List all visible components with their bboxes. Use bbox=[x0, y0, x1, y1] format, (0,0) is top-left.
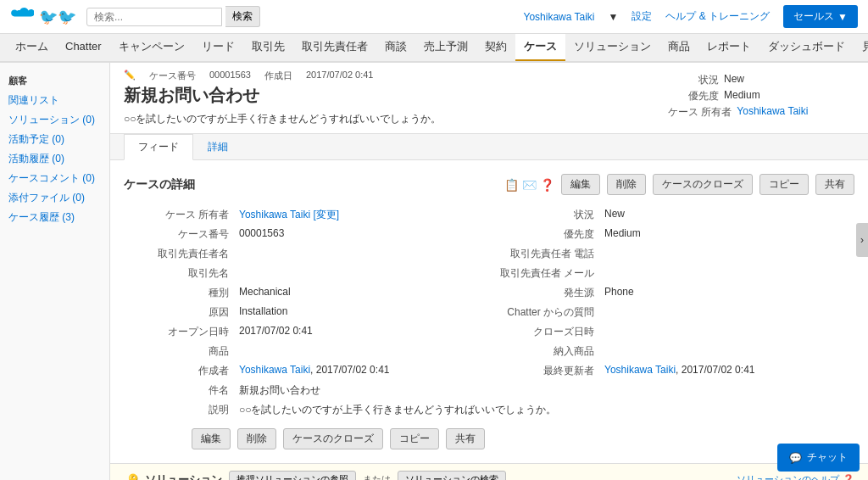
settings-link[interactable]: 設定 bbox=[632, 9, 652, 24]
account-name-label: 取引先名 bbox=[124, 264, 234, 283]
sales-button[interactable]: セールス ▼ bbox=[783, 5, 858, 28]
account-name-value bbox=[234, 264, 489, 283]
case-header-right: 状況 New 優先度 Medium ケース 所有者 Yoshikawa Taik… bbox=[668, 70, 854, 126]
origin-label: 発生源 bbox=[489, 283, 599, 303]
case-title: 新規お問い合わせ bbox=[124, 84, 634, 107]
nav-item-ケース[interactable]: ケース bbox=[515, 34, 565, 62]
share-button-bottom[interactable]: 共有 bbox=[446, 428, 485, 449]
section-title: ケースの詳細 bbox=[124, 177, 498, 193]
tab-detail[interactable]: 詳細 bbox=[193, 134, 242, 160]
user-dropdown-icon[interactable]: ▼ bbox=[609, 11, 619, 23]
user-name[interactable]: Yoshikawa Taiki bbox=[523, 11, 594, 23]
solutions-divider: または bbox=[363, 473, 391, 480]
help-icon[interactable]: ❓ bbox=[540, 178, 554, 192]
open-date-label: オープン日時 bbox=[124, 322, 234, 342]
product-value bbox=[234, 342, 489, 361]
header-right: Yoshikawa Taiki ▼ 設定 ヘルプ & トレーニング セールス ▼ bbox=[523, 5, 858, 28]
case-number: 00001563 bbox=[209, 70, 251, 82]
chatter-label: Chatter からの質問 bbox=[489, 303, 599, 322]
nav-item-商談[interactable]: 商談 bbox=[376, 34, 415, 62]
status-row: 状況 New bbox=[668, 73, 854, 87]
sidebar-item[interactable]: 添付ファイル (0) bbox=[0, 188, 109, 208]
nav-item-取引先責任者[interactable]: 取引先責任者 bbox=[293, 34, 376, 62]
nav-item-商品[interactable]: 商品 bbox=[659, 34, 698, 62]
owner-field-value: Yoshikawa Taiki [変更] bbox=[234, 205, 489, 225]
created-by-link[interactable]: Yoshikawa Taiki bbox=[239, 364, 310, 376]
nav-item-ホーム[interactable]: ホーム bbox=[7, 34, 57, 62]
edit-button[interactable]: 編集 bbox=[561, 174, 600, 195]
suggest-solutions-button[interactable]: 推奨ソリューションの参照 bbox=[229, 471, 356, 480]
desc-value: ○○を試したいのですが上手く行きませんどうすればいいでしょうか。 bbox=[234, 400, 854, 420]
status-field-label: 状況 bbox=[489, 205, 599, 225]
table-row: 種別 Mechanical 発生源 Phone bbox=[124, 283, 854, 303]
search-solutions-button[interactable]: ソリューションの検索 bbox=[398, 471, 506, 480]
section-icons: 📋 ✉️ ❓ bbox=[504, 178, 554, 192]
edit-button-bottom[interactable]: 編集 bbox=[192, 428, 231, 449]
delete-button[interactable]: 削除 bbox=[607, 174, 646, 195]
product-label: 商品 bbox=[124, 342, 234, 361]
edit-icon-small[interactable]: 📋 bbox=[504, 178, 519, 192]
envelope-icon[interactable]: ✉️ bbox=[522, 178, 537, 192]
chat-icon: 💬 bbox=[789, 452, 802, 464]
chat-button[interactable]: 💬 チャット bbox=[777, 444, 860, 472]
main-nav: ホームChatterキャンペーンリード取引先取引先責任者商談売上予測契約ケースソ… bbox=[0, 34, 868, 63]
solutions-title: ソリューション bbox=[145, 472, 222, 481]
nav-item-レポート[interactable]: レポート bbox=[698, 34, 760, 62]
nav-item-売上予測[interactable]: 売上予測 bbox=[415, 34, 476, 62]
close-case-button[interactable]: ケースのクローズ bbox=[653, 174, 753, 195]
priority-row: 優先度 Medium bbox=[668, 89, 854, 103]
nav-item-Chatter[interactable]: Chatter bbox=[57, 34, 110, 62]
created-by-value: Yoshikawa Taiki, 2017/07/02 0:41 bbox=[234, 361, 489, 381]
table-row: 取引先名 取引先責任者 メール bbox=[124, 264, 854, 283]
table-row: 説明 ○○を試したいのですが上手く行きませんどうすればいいでしょうか。 bbox=[124, 400, 854, 420]
table-row: 取引先責任者名 取引先責任者 電話 bbox=[124, 244, 854, 264]
copy-button[interactable]: コピー bbox=[760, 174, 809, 195]
copy-button-bottom[interactable]: コピー bbox=[390, 428, 439, 449]
case-header: ✏️ ケース番号 00001563 作成日 2017/07/02 0:41 新規… bbox=[110, 63, 868, 134]
subject-value: 新規お問い合わせ bbox=[234, 381, 854, 400]
case-header-left: ✏️ ケース番号 00001563 作成日 2017/07/02 0:41 新規… bbox=[124, 70, 634, 126]
sidebar-item[interactable]: ケース履歴 (3) bbox=[0, 208, 109, 227]
sidebar-item[interactable]: 活動予定 (0) bbox=[0, 130, 109, 149]
salesforce-cloud-icon bbox=[10, 7, 34, 24]
sidebar: 顧客 関連リストソリューション (0)活動予定 (0)活動履歴 (0)ケースコメ… bbox=[0, 63, 110, 480]
right-panel-handle[interactable]: › bbox=[856, 223, 868, 257]
nav-item-ソリューション[interactable]: ソリューション bbox=[565, 34, 659, 62]
open-date-value: 2017/07/02 0:41 bbox=[234, 322, 489, 342]
nav-item-ダッシュボード[interactable]: ダッシュボード bbox=[760, 34, 854, 62]
sidebar-item[interactable]: 関連リスト bbox=[0, 91, 109, 110]
type-label: 種別 bbox=[124, 283, 234, 303]
modified-by-link[interactable]: Yoshikawa Taiki bbox=[604, 364, 676, 376]
nav-item-契約[interactable]: 契約 bbox=[476, 34, 515, 62]
nav-item-取引先[interactable]: 取引先 bbox=[243, 34, 293, 62]
search-button[interactable]: 検索 bbox=[225, 6, 260, 27]
solutions-help: ソリューションのヘルプ ❓ bbox=[737, 473, 854, 480]
share-button[interactable]: 共有 bbox=[815, 174, 854, 195]
solutions-header: 🔑 ソリューション 推奨ソリューションの参照 または ソリューションの検索 ソリ… bbox=[124, 471, 854, 480]
priority-value: Medium bbox=[724, 89, 760, 103]
sidebar-item[interactable]: ケースコメント (0) bbox=[0, 169, 109, 188]
sidebar-item[interactable]: 活動履歴 (0) bbox=[0, 149, 109, 169]
nav-item-見積[interactable]: 見積 bbox=[854, 34, 868, 62]
tab-feed[interactable]: フィード bbox=[124, 134, 193, 160]
sidebar-item[interactable]: ソリューション (0) bbox=[0, 110, 109, 130]
case-num-label: ケース番号 bbox=[124, 225, 234, 244]
owner-link[interactable]: Yoshikawa Taiki bbox=[737, 105, 808, 120]
nav-item-キャンペーン[interactable]: キャンペーン bbox=[110, 34, 193, 62]
solutions-help-link[interactable]: ソリューションのヘルプ bbox=[737, 473, 839, 480]
close-case-button-bottom[interactable]: ケースのクローズ bbox=[283, 428, 383, 449]
entitlement-value bbox=[599, 342, 854, 361]
desc-label: 説明 bbox=[124, 400, 234, 420]
close-date-label: クローズ日時 bbox=[489, 322, 599, 342]
search-input[interactable] bbox=[86, 8, 222, 26]
help-link[interactable]: ヘルプ & トレーニング bbox=[665, 9, 770, 24]
case-description: ○○を試したいのですが上手く行きませんどうすればいいでしょうか。 bbox=[124, 112, 634, 126]
main-content: ✏️ ケース番号 00001563 作成日 2017/07/02 0:41 新規… bbox=[110, 63, 868, 480]
table-row: ケース 所有者 Yoshikawa Taiki [変更] 状況 New bbox=[124, 205, 854, 225]
cause-value: Installation bbox=[234, 303, 489, 322]
delete-button-bottom[interactable]: 削除 bbox=[237, 428, 276, 449]
nav-item-リード[interactable]: リード bbox=[193, 34, 243, 62]
owner-field-link[interactable]: Yoshikawa Taiki [変更] bbox=[239, 209, 339, 220]
case-num-value: 00001563 bbox=[234, 225, 489, 244]
subject-label: 件名 bbox=[124, 381, 234, 400]
